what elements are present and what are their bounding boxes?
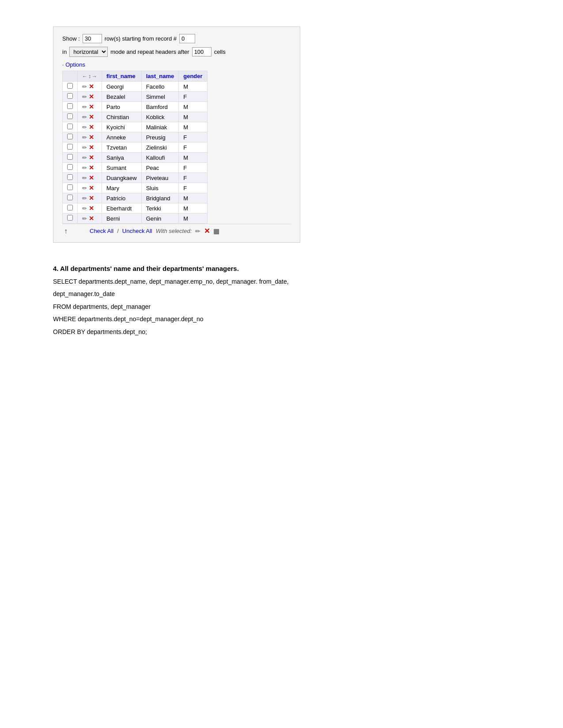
table-row: ✏ ✕ BezalelSimmelF — [63, 92, 208, 102]
row-checkbox-cell — [63, 193, 78, 203]
section-4-line5: ORDER BY departments.dept_no; — [53, 327, 510, 337]
show-label: Show : — [62, 35, 80, 42]
results-table: ← ↕ → first_name last_name gender ✏ — [62, 71, 208, 224]
row-checkbox-cell — [63, 214, 78, 224]
edit-icon[interactable]: ✏ — [82, 195, 87, 202]
first-name-cell: Kyoichi — [102, 122, 142, 132]
row-checkbox[interactable] — [67, 103, 73, 109]
edit-icon[interactable]: ✏ — [82, 83, 87, 90]
gender-cell: F — [179, 143, 207, 153]
delete-icon[interactable]: ✕ — [89, 134, 94, 141]
row-checkbox[interactable] — [67, 134, 73, 139]
row-checkbox[interactable] — [67, 174, 73, 180]
last-name-cell: Sluis — [141, 183, 179, 193]
edit-icon[interactable]: ✏ — [82, 175, 87, 181]
col-header-gender[interactable]: gender — [179, 71, 207, 82]
row-checkbox-cell — [63, 203, 78, 214]
table-footer: ↑ Check All / Uncheck All With selected:… — [62, 224, 291, 237]
table-row: ✏ ✕ SaniyaKalloufiM — [63, 153, 208, 163]
edit-icon[interactable]: ✏ — [82, 205, 87, 212]
toolbar-row-2: in horizontal vertical mode and repeat h… — [62, 47, 291, 57]
edit-icon[interactable]: ✏ — [82, 124, 87, 131]
record-input[interactable] — [179, 34, 195, 43]
delete-icon[interactable]: ✕ — [89, 93, 94, 100]
row-actions-cell: ✏ ✕ — [78, 102, 102, 112]
with-selected-label: With selected: — [156, 228, 192, 234]
table-row: ✏ ✕ SumantPeacF — [63, 163, 208, 173]
arrow-right-icon[interactable]: → — [92, 73, 97, 79]
row-checkbox[interactable] — [67, 93, 73, 99]
edit-icon[interactable]: ✏ — [82, 114, 87, 120]
table-row: ✏ ✕ EberhardtTerkkiM — [63, 203, 208, 214]
row-checkbox[interactable] — [67, 113, 73, 119]
delete-icon[interactable]: ✕ — [89, 195, 94, 202]
delete-icon[interactable]: ✕ — [89, 215, 94, 222]
last-name-cell: Maliniak — [141, 122, 179, 132]
section-4-line4: WHERE departments.dept_no=dept_manager.d… — [53, 314, 510, 324]
edit-icon[interactable]: ✏ — [82, 144, 87, 151]
edit-icon[interactable]: ✏ — [82, 134, 87, 141]
show-input[interactable] — [83, 34, 102, 43]
row-checkbox[interactable] — [67, 164, 73, 170]
delete-icon[interactable]: ✕ — [89, 113, 94, 120]
options-link[interactable]: · Options — [62, 61, 291, 68]
check-all-button[interactable]: Check All — [90, 228, 113, 234]
row-actions-cell: ✏ ✕ — [78, 163, 102, 173]
mode-select[interactable]: horizontal vertical — [69, 47, 108, 57]
delete-icon[interactable]: ✕ — [89, 184, 94, 191]
delete-icon[interactable]: ✕ — [89, 164, 94, 171]
row-checkbox[interactable] — [67, 184, 73, 190]
row-actions-cell: ✏ ✕ — [78, 122, 102, 132]
edit-icon[interactable]: ✏ — [82, 165, 87, 171]
row-checkbox[interactable] — [67, 154, 73, 160]
delete-icon[interactable]: ✕ — [89, 83, 94, 90]
row-checkbox[interactable] — [67, 144, 73, 150]
table-row: ✏ ✕ MarySluisF — [63, 183, 208, 193]
last-name-cell: Piveteau — [141, 173, 179, 183]
edit-icon[interactable]: ✏ — [82, 104, 87, 110]
row-checkbox[interactable] — [67, 205, 73, 210]
row-checkbox[interactable] — [67, 215, 73, 221]
row-checkbox-cell — [63, 82, 78, 92]
footer-edit-icon[interactable]: ✏ — [195, 228, 200, 235]
first-name-cell: Parto — [102, 102, 142, 112]
gender-cell: M — [179, 112, 207, 122]
col-header-last-name[interactable]: last_name — [141, 71, 179, 82]
gender-cell: M — [179, 82, 207, 92]
uncheck-all-button[interactable]: Uncheck All — [122, 228, 152, 234]
gender-cell: F — [179, 132, 207, 143]
arrow-left-icon[interactable]: ← — [82, 73, 87, 79]
edit-icon[interactable]: ✏ — [82, 94, 87, 100]
gender-cell: F — [179, 163, 207, 173]
first-name-cell: Mary — [102, 183, 142, 193]
row-checkbox[interactable] — [67, 83, 73, 89]
delete-icon[interactable]: ✕ — [89, 124, 94, 131]
last-name-cell: Peac — [141, 163, 179, 173]
delete-icon[interactable]: ✕ — [89, 103, 94, 110]
row-checkbox[interactable] — [67, 195, 73, 200]
query-panel: Show : row(s) starting from record # in … — [53, 26, 300, 243]
sort-icon[interactable]: ↕ — [88, 73, 91, 79]
delete-icon[interactable]: ✕ — [89, 205, 94, 212]
row-actions-cell: ✏ ✕ — [78, 214, 102, 224]
table-row: ✏ ✕ BerniGeninM — [63, 214, 208, 224]
delete-icon[interactable]: ✕ — [89, 144, 94, 151]
last-name-cell: Facello — [141, 82, 179, 92]
footer-copy-icon[interactable]: ▦ — [213, 227, 219, 235]
row-checkbox[interactable] — [67, 124, 73, 129]
row-actions-cell: ✏ ✕ — [78, 143, 102, 153]
footer-delete-icon[interactable]: ✕ — [204, 227, 210, 235]
edit-icon[interactable]: ✏ — [82, 215, 87, 222]
last-name-cell: Zielinski — [141, 143, 179, 153]
table-row: ✏ ✕ TzvetanZielinskiF — [63, 143, 208, 153]
gender-cell: M — [179, 214, 207, 224]
row-checkbox-cell — [63, 122, 78, 132]
first-name-cell: Duangkaew — [102, 173, 142, 183]
delete-icon[interactable]: ✕ — [89, 174, 94, 181]
row-checkbox-cell — [63, 132, 78, 143]
cells-input[interactable] — [192, 47, 212, 56]
col-header-first-name[interactable]: first_name — [102, 71, 142, 82]
delete-icon[interactable]: ✕ — [89, 154, 94, 161]
edit-icon[interactable]: ✏ — [82, 154, 87, 161]
edit-icon[interactable]: ✏ — [82, 185, 87, 191]
